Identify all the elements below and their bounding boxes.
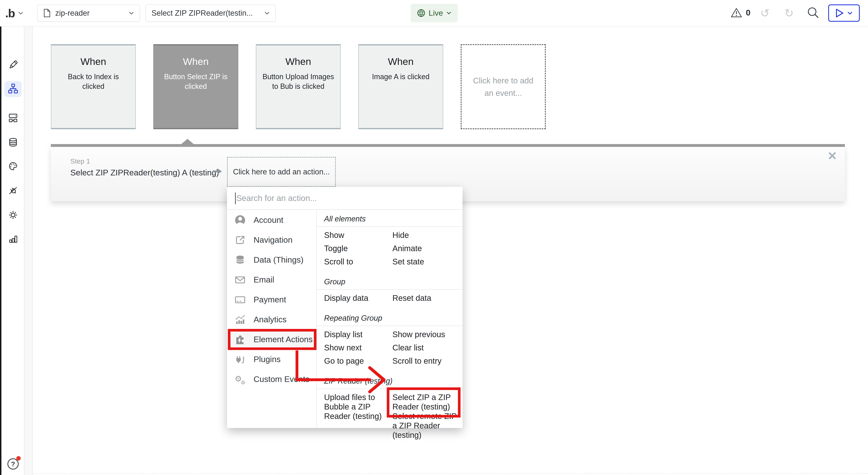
add-action-box[interactable]: Click here to add an action...	[227, 157, 336, 187]
action-item[interactable]: Set state	[393, 255, 463, 268]
workflow-icon	[7, 83, 19, 94]
add-action-label: Click here to add an action...	[233, 167, 330, 176]
undo-icon: ↺	[760, 7, 770, 20]
sidebar-item-styles[interactable]	[6, 159, 20, 173]
bubble-logo: .b	[5, 6, 15, 20]
category-label: Analytics	[254, 315, 286, 324]
issues-count: 0	[746, 8, 750, 18]
sidebar-item-workflow[interactable]	[6, 82, 20, 96]
preview-run-button[interactable]	[828, 4, 860, 22]
step-number-label: Step 1	[70, 157, 90, 165]
question-icon: ?	[11, 460, 15, 468]
notification-dot	[16, 456, 21, 461]
event-title: When	[359, 56, 443, 67]
category-navigation[interactable]: Navigation	[227, 230, 316, 250]
action-item[interactable]: Toggle	[324, 242, 393, 255]
action-item[interactable]: Show next	[324, 341, 393, 354]
action-item-select-zip[interactable]: Select ZIP a ZIP Reader (testing)	[393, 392, 454, 412]
section-header: Group	[317, 275, 463, 289]
add-event-box[interactable]: Click here to add an event...	[461, 44, 546, 129]
redo-button[interactable]: ↻	[782, 4, 796, 22]
category-email[interactable]: Email	[227, 270, 316, 290]
category-custom-events[interactable]: ⚙ ⚙ Custom Events	[227, 369, 316, 389]
action-item[interactable]: Show	[324, 228, 393, 242]
sidebar-item-settings[interactable]	[6, 208, 20, 222]
section-header: All elements	[317, 212, 463, 226]
category-label: Account	[254, 215, 283, 225]
category-account[interactable]: Account	[227, 210, 316, 230]
sidebar-item-plugins[interactable]	[6, 184, 20, 197]
credit-card-icon	[234, 294, 246, 306]
event-card[interactable]: When Back to Index is clicked	[51, 44, 136, 129]
step-arrow-icon	[212, 167, 223, 175]
search-icon	[807, 6, 820, 19]
step-title[interactable]: Select ZIP ZIPReader(testing) A (testing…	[70, 168, 219, 178]
action-item[interactable]: Display list	[324, 328, 393, 341]
category-label: Plugins	[254, 355, 280, 364]
action-item[interactable]: Display data	[324, 291, 393, 305]
globe-icon	[417, 9, 425, 17]
database-icon	[234, 254, 246, 266]
action-item[interactable]: Animate	[393, 242, 463, 255]
pencil-icon	[7, 59, 19, 70]
action-item[interactable]: Show previous	[393, 328, 463, 341]
panel-scrollbar[interactable]	[51, 144, 845, 147]
category-label: Email	[254, 275, 274, 285]
category-plugins[interactable]: Plugins	[227, 349, 316, 369]
action-picker-menu: Account Navigation Data (Thin	[227, 187, 463, 428]
gear-icon	[7, 209, 19, 221]
page-icon	[43, 9, 51, 18]
puzzle-icon	[234, 334, 246, 345]
action-search-input[interactable]	[227, 187, 463, 210]
action-item[interactable]: Hide	[393, 228, 463, 242]
undo-button[interactable]: ↺	[758, 4, 772, 22]
category-analytics[interactable]: Analytics	[227, 310, 316, 329]
palette-icon	[7, 161, 19, 172]
category-data[interactable]: Data (Things)	[227, 250, 316, 270]
close-icon: ✕	[828, 149, 837, 162]
action-item[interactable]: Scroll to	[324, 255, 393, 268]
environment-selector[interactable]: Live	[411, 4, 458, 22]
text-cursor	[235, 192, 236, 204]
category-label: Custom Events	[254, 375, 309, 384]
event-subtitle: Button Select ZIP is clicked	[154, 72, 238, 91]
action-item[interactable]: Clear list	[393, 341, 463, 354]
sidebar-item-design[interactable]	[6, 58, 20, 72]
event-title: When	[154, 56, 238, 67]
action-item[interactable]: Go to page	[324, 354, 393, 368]
issues-indicator[interactable]: 0	[731, 7, 750, 18]
add-event-label: Click here to add an event...	[462, 74, 545, 99]
event-subtitle: Back to Index is clicked	[52, 72, 135, 91]
workflow-selector-dropdown[interactable]: Select ZIP ZIPReader(testin...	[146, 4, 276, 22]
chevron-down-icon	[18, 11, 23, 15]
page-selector-value: zip-reader	[55, 9, 124, 18]
sidebar-item-responsive[interactable]	[6, 111, 20, 125]
selected-event-pointer	[181, 139, 194, 144]
chart-icon	[7, 233, 19, 244]
action-item-upload-files[interactable]: Upload files to Bubble a ZIP Reader (tes…	[324, 392, 384, 440]
action-item[interactable]: Reset data	[393, 291, 463, 305]
category-payment[interactable]: Payment	[227, 290, 316, 310]
action-item[interactable]: Scroll to entry	[393, 354, 463, 368]
collapsed-panel-strip	[24, 26, 33, 475]
warning-triangle-icon	[731, 7, 742, 18]
close-panel-button[interactable]: ✕	[828, 149, 837, 163]
sidebar-item-data[interactable]	[6, 135, 20, 150]
category-label: Data (Things)	[254, 255, 303, 265]
category-label: Element Actions	[254, 335, 313, 344]
plug-icon	[234, 354, 246, 365]
event-card[interactable]: When Image A is clicked	[358, 44, 443, 129]
page-selector-dropdown[interactable]: zip-reader	[37, 4, 140, 22]
chevron-down-icon	[129, 11, 134, 15]
workflow-selector-value: Select ZIP ZIPReader(testin...	[152, 9, 260, 18]
event-card-selected[interactable]: When Button Select ZIP is clicked	[153, 44, 238, 129]
bottom-edge	[11, 473, 868, 474]
category-element-actions[interactable]: Element Actions	[227, 329, 316, 349]
search-button[interactable]	[807, 6, 820, 19]
envelope-icon	[234, 274, 246, 286]
event-card[interactable]: When Button Upload Images to Bub is clic…	[256, 44, 341, 129]
sidebar-item-logs[interactable]	[6, 232, 20, 246]
app-menu-button[interactable]: .b	[5, 4, 23, 22]
plug-icon	[7, 185, 19, 196]
action-item-select-remote-zip[interactable]: Select remote ZIP a ZIP Reader (testing)	[393, 412, 459, 440]
